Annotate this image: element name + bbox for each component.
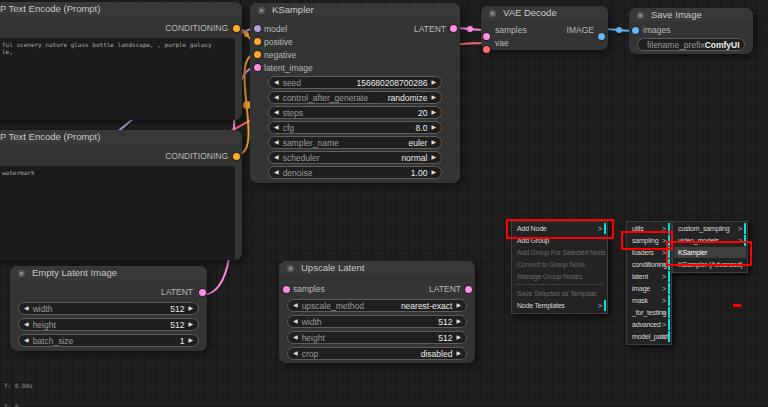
input-dot-negative[interactable]	[254, 51, 261, 58]
decrement-arrow-icon[interactable]: ◀	[274, 91, 279, 104]
output-dot-conditioning[interactable]	[233, 25, 240, 32]
input-dot-images[interactable]	[632, 27, 639, 34]
prompt-textarea[interactable]: ful scenery nature glass bottle landscap…	[0, 38, 235, 120]
widget-height[interactable]: ◀height512▶	[18, 318, 199, 331]
node-title-text: LIP Text Encode (Prompt)	[0, 3, 100, 14]
decrement-arrow-icon[interactable]: ◀	[274, 166, 279, 179]
increment-arrow-icon[interactable]: ▶	[456, 331, 461, 344]
node-clip-text-encode-positive[interactable]: LIP Text Encode (Prompt) CONDITIONING fu…	[0, 2, 242, 120]
collapse-dot-icon[interactable]	[18, 270, 25, 277]
decrement-arrow-icon[interactable]: ◀	[24, 302, 29, 315]
decrement-arrow-icon[interactable]: ◀	[293, 331, 298, 344]
node-save-image[interactable]: Save Image images filename_prefixComfyUI	[629, 8, 753, 54]
output-dot-latent[interactable]	[199, 289, 206, 296]
increment-arrow-icon[interactable]: ▶	[431, 91, 436, 104]
node-title: LIP Text Encode (Prompt)	[0, 2, 242, 16]
menu-item-add-group[interactable]: Add Group	[513, 235, 606, 246]
output-dot-image[interactable]	[598, 33, 605, 40]
widget-batch-size[interactable]: ◀batch_size1▶	[18, 334, 199, 347]
collapse-dot-icon[interactable]	[287, 265, 294, 272]
widget-scheduler[interactable]: ◀schedulernormal▶	[268, 151, 442, 164]
decrement-arrow-icon[interactable]: ◀	[24, 334, 29, 347]
decrement-arrow-icon[interactable]: ◀	[274, 151, 279, 164]
increment-arrow-icon[interactable]: ▶	[431, 76, 436, 89]
increment-arrow-icon[interactable]: ▶	[456, 315, 461, 328]
menu-item-image[interactable]: image>	[628, 283, 670, 294]
output-dot-conditioning[interactable]	[233, 153, 240, 160]
submenu-arrow-icon: >	[738, 223, 742, 234]
menu-item-video-models[interactable]: video_models>	[674, 235, 746, 246]
menu-separator	[516, 284, 603, 285]
widget-denoise[interactable]: ◀denoise1.00▶	[268, 166, 442, 179]
link-midpoint-dot	[467, 26, 473, 32]
prompt-textarea[interactable]: watermark	[0, 166, 235, 260]
node-clip-text-encode-negative[interactable]: LIP Text Encode (Prompt) CONDITIONING wa…	[0, 130, 242, 260]
increment-arrow-icon[interactable]: ▶	[431, 136, 436, 149]
node-ksampler[interactable]: KSampler model positive negative latent_…	[250, 3, 460, 183]
menu-item-latent[interactable]: latent>	[628, 271, 670, 282]
menu-item-model-patches[interactable]: model_patches>	[628, 331, 670, 342]
node-vae-decode[interactable]: VAE Decode samples vae IMAGE	[481, 6, 608, 50]
increment-arrow-icon[interactable]: ▶	[431, 166, 436, 179]
increment-arrow-icon[interactable]: ▶	[431, 121, 436, 134]
decrement-arrow-icon[interactable]: ◀	[24, 318, 29, 331]
submenu-arrow-icon: >	[662, 235, 666, 246]
node-upscale-latent[interactable]: Upscale Latent samples LATENT ◀upscale_m…	[279, 261, 475, 363]
widget-width[interactable]: ◀width512▶	[18, 302, 199, 315]
menu-item-add-node[interactable]: Add Node>	[513, 223, 606, 234]
widget-control-after-generate[interactable]: ◀control_after_generaterandomize▶	[268, 91, 442, 104]
node-empty-latent-image[interactable]: Empty Latent Image LATENT ◀width512▶ ◀he…	[10, 266, 207, 351]
widget-filename-prefix[interactable]: filename_prefixComfyUI	[637, 38, 745, 51]
decrement-arrow-icon[interactable]: ◀	[274, 76, 279, 89]
widget-steps[interactable]: ◀steps20▶	[268, 106, 442, 119]
menu-item-ksampler[interactable]: KSampler	[674, 247, 746, 258]
node-title: KSampler	[250, 3, 460, 17]
menu-item-manage-group-nodes: Manage Group Nodes	[513, 271, 606, 282]
menu-item-conditioning[interactable]: conditioning>	[628, 259, 670, 270]
decrement-arrow-icon[interactable]: ◀	[293, 315, 298, 328]
collapse-dot-icon[interactable]	[637, 12, 644, 19]
increment-arrow-icon[interactable]: ▶	[188, 302, 193, 315]
collapse-dot-icon[interactable]	[258, 7, 265, 14]
node-title: VAE Decode	[481, 6, 608, 20]
input-dot-latent-image[interactable]	[254, 64, 261, 71]
menu-item-ksampler-advanced[interactable]: KSampler (Advanced)	[674, 259, 746, 270]
status-overlay: T: 0.00s I: 0 N: 8 [7] V: 15 FPS:38.76	[4, 368, 37, 407]
menu-item-custom-sampling[interactable]: custom_sampling>	[674, 223, 746, 234]
output-dot-latent[interactable]	[450, 25, 457, 32]
widget-height[interactable]: ◀height512▶	[287, 331, 467, 344]
widget-seed[interactable]: ◀seed156680208700286▶	[268, 76, 442, 89]
increment-arrow-icon[interactable]: ▶	[188, 318, 193, 331]
status-iterations: I: 0	[4, 403, 37, 407]
output-slot-latent: LATENT	[250, 23, 460, 36]
widget-crop[interactable]: ◀cropdisabled▶	[287, 347, 467, 360]
menu-item-add-group-for-selected-nodes: Add Group For Selected Nodes	[513, 247, 606, 258]
output-dot-latent[interactable]	[465, 286, 472, 293]
decrement-arrow-icon[interactable]: ◀	[274, 136, 279, 149]
increment-arrow-icon[interactable]: ▶	[188, 334, 193, 347]
decrement-arrow-icon[interactable]: ◀	[293, 299, 298, 312]
collapse-dot-icon[interactable]	[489, 10, 496, 17]
menu-item-mask[interactable]: mask>	[628, 295, 670, 306]
decrement-arrow-icon[interactable]: ◀	[274, 106, 279, 119]
menu-item-node-templates[interactable]: Node Templates>	[513, 300, 606, 311]
menu-item-loaders[interactable]: loaders>	[628, 247, 670, 258]
menu-item-utils[interactable]: utils>	[628, 223, 670, 234]
increment-arrow-icon[interactable]: ▶	[431, 151, 436, 164]
widget-width[interactable]: ◀width512▶	[287, 315, 467, 328]
widget-sampler-name[interactable]: ◀sampler_nameeuler▶	[268, 136, 442, 149]
decrement-arrow-icon[interactable]: ◀	[293, 347, 298, 360]
widget-cfg[interactable]: ◀cfg8.0▶	[268, 121, 442, 134]
increment-arrow-icon[interactable]: ▶	[456, 299, 461, 312]
node-graph-canvas[interactable]: LIP Text Encode (Prompt) CONDITIONING fu…	[0, 0, 768, 407]
increment-arrow-icon[interactable]: ▶	[456, 347, 461, 360]
output-slot-latent: LATENT	[279, 283, 475, 296]
input-dot-positive[interactable]	[254, 38, 261, 45]
menu-item-sampling[interactable]: sampling>	[628, 235, 670, 246]
input-dot-vae[interactable]	[483, 46, 490, 53]
widget-upscale-method[interactable]: ◀upscale_methodnearest-exact▶	[287, 299, 467, 312]
menu-item-for-testing[interactable]: _for_testing>	[628, 307, 670, 318]
decrement-arrow-icon[interactable]: ◀	[274, 121, 279, 134]
menu-item-advanced[interactable]: advanced>	[628, 319, 670, 330]
increment-arrow-icon[interactable]: ▶	[431, 106, 436, 119]
